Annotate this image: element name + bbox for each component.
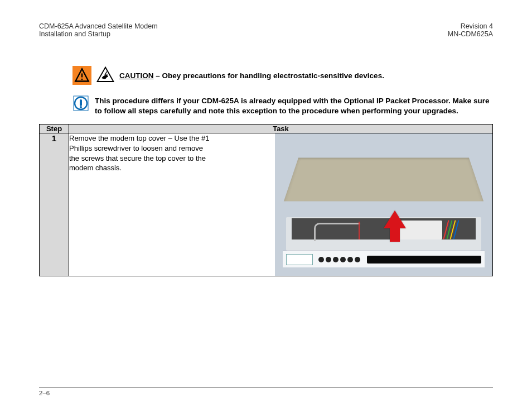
svg-rect-2 <box>81 79 83 80</box>
svg-rect-6 <box>80 99 82 106</box>
page-footer: 2–6 <box>39 387 493 396</box>
page-header-left: CDM-625A Advanced Satellite Modem Instal… <box>39 22 158 38</box>
step-number: 1 <box>40 133 69 276</box>
caution-body: – Obey precautions for handling electros… <box>154 71 384 80</box>
procedure-table: Step Task 1 Remove the modem top cover –… <box>39 124 493 276</box>
svg-point-7 <box>80 106 82 108</box>
col-header-task: Task <box>69 124 493 133</box>
caution-row: CAUTION – Obey precautions for handling … <box>72 66 493 85</box>
info-row: This procedure differs if your CDM-625A … <box>72 95 493 116</box>
caution-text: CAUTION – Obey precautions for handling … <box>119 71 384 80</box>
step-description: Remove the modem top cover – Use the #1 … <box>69 133 214 276</box>
modem-cover-removal-image <box>275 133 492 276</box>
table-row: 1 Remove the modem top cover – Use the #… <box>40 133 493 276</box>
doc-title-line2: Installation and Startup <box>39 30 110 38</box>
caution-word: CAUTION <box>119 71 154 80</box>
doc-rev-line2: MN-CDM625A <box>448 30 493 38</box>
doc-title-line1: CDM-625A Advanced Satellite Modem <box>39 22 158 30</box>
page-header-right: Revision 4 MN-CDM625A <box>448 22 493 38</box>
esd-hand-icon <box>96 66 115 85</box>
page-number: 2–6 <box>39 390 50 396</box>
doc-rev-line1: Revision 4 <box>461 22 493 30</box>
info-text: This procedure differs if your CDM-625A … <box>95 95 493 116</box>
warning-triangle-icon <box>72 66 91 85</box>
col-header-step: Step <box>40 124 69 133</box>
info-circle-icon <box>72 95 89 112</box>
svg-rect-1 <box>81 74 83 78</box>
up-arrow-icon <box>384 210 406 228</box>
